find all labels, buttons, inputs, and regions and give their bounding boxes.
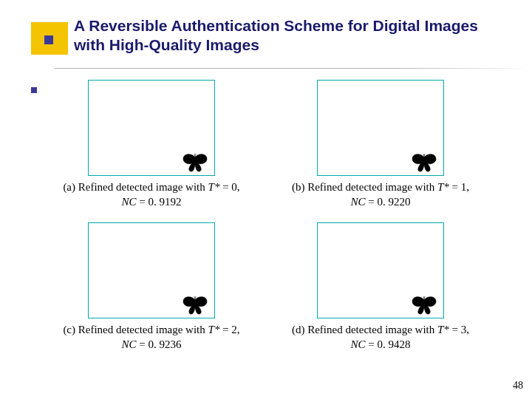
caption-nc-label: NC [351, 338, 366, 350]
panel-d: (d) Refined detected image with T* = 3, … [273, 222, 488, 352]
panel-b-caption: (b) Refined detected image with T* = 1, … [292, 180, 469, 209]
caption-param: T* [208, 181, 220, 193]
row-gap [44, 209, 488, 222]
slide-header: A Reversible Authentication Scheme for D… [0, 0, 532, 72]
butterfly-icon [411, 296, 437, 315]
panel-c-image-frame [88, 222, 215, 318]
row-top: (a) Refined detected image with T* = 0, … [44, 80, 488, 209]
caption-nc-label: NC [351, 196, 366, 208]
title-bullet-icon [44, 35, 53, 44]
panel-a-image-frame [88, 80, 215, 176]
row-bottom: (c) Refined detected image with T* = 2, … [44, 222, 488, 352]
panel-c-caption: (c) Refined detected image with T* = 2, … [63, 323, 239, 352]
caption-eq: = 2, [219, 324, 239, 335]
caption-nc-label: NC [122, 338, 137, 350]
panel-c: (c) Refined detected image with T* = 2, … [44, 222, 259, 352]
caption-text: (c) Refined detected image with [63, 324, 208, 335]
caption-eq: = 0, [219, 181, 239, 193]
content-grid: (a) Refined detected image with T* = 0, … [44, 80, 488, 384]
butterfly-icon [182, 296, 208, 315]
panel-b: (b) Refined detected image with T* = 1, … [273, 80, 488, 209]
caption-eq: = 3, [449, 324, 469, 335]
caption-nc-value: = 0. 9192 [137, 196, 182, 208]
title-underline [55, 68, 532, 69]
caption-nc-value: = 0. 9428 [366, 338, 411, 350]
butterfly-icon [182, 153, 208, 172]
caption-text: (d) Refined detected image with [292, 324, 437, 335]
caption-nc-value: = 0. 9220 [366, 196, 411, 208]
caption-nc-value: = 0. 9236 [137, 338, 182, 350]
caption-param: T* [437, 181, 449, 193]
panel-a: (a) Refined detected image with T* = 0, … [44, 80, 259, 209]
caption-param: T* [437, 324, 449, 335]
caption-text: (a) Refined detected image with [63, 181, 208, 193]
panel-d-image-frame [317, 222, 444, 318]
caption-nc-label: NC [122, 196, 137, 208]
slide-number: 48 [513, 380, 523, 392]
panel-b-image-frame [317, 80, 444, 176]
slide-title: A Reversible Authentication Scheme for D… [74, 16, 488, 55]
caption-param: T* [208, 324, 220, 335]
butterfly-icon [411, 153, 437, 172]
panel-a-caption: (a) Refined detected image with T* = 0, … [63, 180, 239, 209]
caption-eq: = 1, [449, 181, 469, 193]
body-bullet-icon [31, 87, 37, 93]
caption-text: (b) Refined detected image with [292, 181, 437, 193]
panel-d-caption: (d) Refined detected image with T* = 3, … [292, 323, 469, 352]
